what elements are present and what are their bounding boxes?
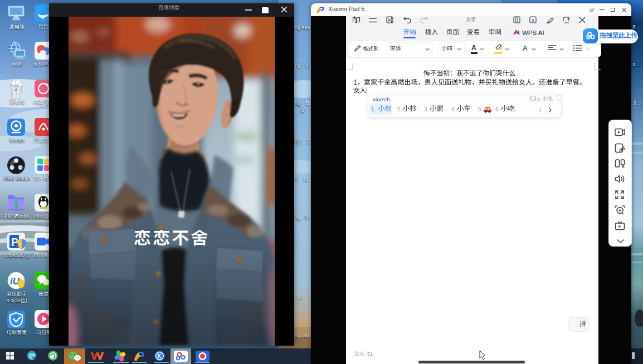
svg-text:P: P [11, 236, 18, 248]
svg-text:3: 3 [532, 18, 534, 23]
